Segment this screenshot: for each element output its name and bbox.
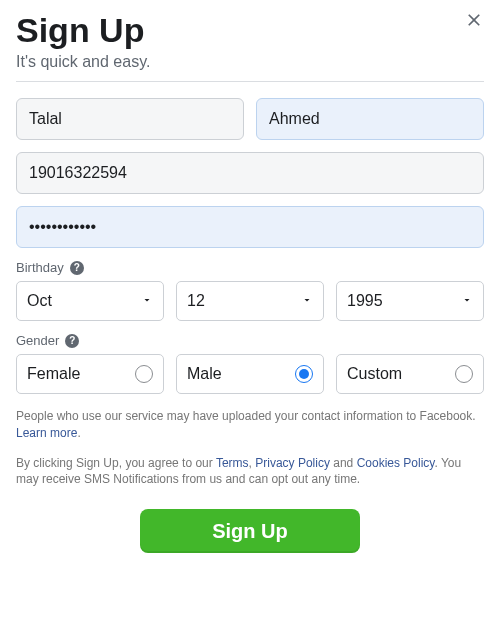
last-name-input[interactable] (256, 98, 484, 140)
disclaimer-terms: By clicking Sign Up, you agree to our Te… (16, 455, 484, 487)
gender-option-male[interactable]: Male (176, 354, 324, 394)
radio-icon (455, 365, 473, 383)
birthday-year-select[interactable]: 1995 (336, 281, 484, 321)
birthday-month-value: Oct (27, 292, 52, 310)
birthday-month-select[interactable]: Oct (16, 281, 164, 321)
signup-dialog: Sign Up It's quick and easy. Birthday ? … (0, 0, 500, 577)
password-input[interactable] (16, 206, 484, 248)
help-icon[interactable]: ? (65, 334, 79, 348)
gender-label: Gender ? (16, 333, 484, 348)
gender-option-custom[interactable]: Custom (336, 354, 484, 394)
cookies-link[interactable]: Cookies Policy (357, 456, 435, 470)
radio-icon (295, 365, 313, 383)
contact-input[interactable] (16, 152, 484, 194)
sign-up-button[interactable]: Sign Up (140, 509, 360, 553)
birthday-year-value: 1995 (347, 292, 383, 310)
learn-more-link[interactable]: Learn more (16, 426, 77, 440)
privacy-link[interactable]: Privacy Policy (255, 456, 330, 470)
gender-option-female[interactable]: Female (16, 354, 164, 394)
birthday-day-select[interactable]: 12 (176, 281, 324, 321)
radio-icon (135, 365, 153, 383)
birthday-day-value: 12 (187, 292, 205, 310)
first-name-input[interactable] (16, 98, 244, 140)
chevron-down-icon (141, 292, 153, 310)
gender-option-label: Male (187, 365, 222, 383)
dialog-header: Sign Up It's quick and easy. (16, 12, 484, 82)
close-icon (464, 10, 484, 34)
close-button[interactable] (460, 8, 488, 36)
dialog-subtitle: It's quick and easy. (16, 53, 484, 71)
gender-option-label: Custom (347, 365, 402, 383)
gender-option-label: Female (27, 365, 80, 383)
birthday-label-text: Birthday (16, 260, 64, 275)
dialog-title: Sign Up (16, 12, 484, 49)
birthday-label: Birthday ? (16, 260, 484, 275)
chevron-down-icon (461, 292, 473, 310)
terms-link[interactable]: Terms (216, 456, 249, 470)
chevron-down-icon (301, 292, 313, 310)
help-icon[interactable]: ? (70, 261, 84, 275)
gender-label-text: Gender (16, 333, 59, 348)
disclaimer-contact: People who use our service may have uplo… (16, 408, 484, 440)
